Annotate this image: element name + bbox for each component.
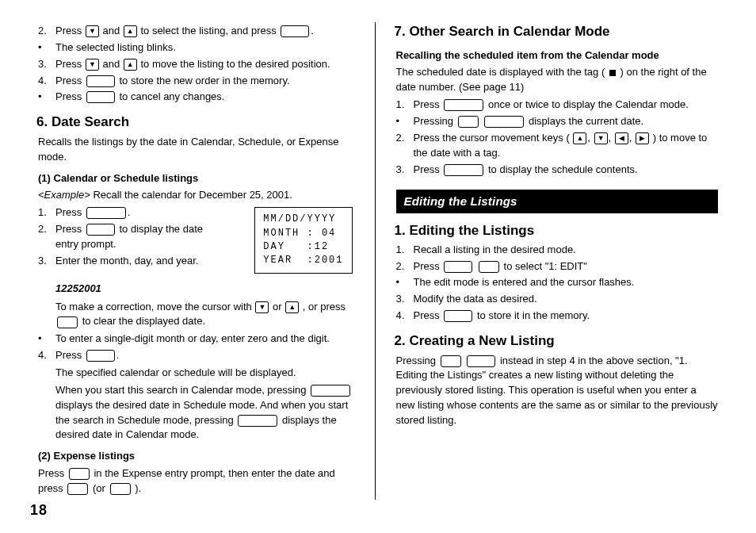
t: When you start this search in Calendar m…	[55, 384, 309, 396]
t: to select "1: EDIT"	[504, 260, 587, 272]
heading-e2: 2. Creating a New Listing	[395, 332, 719, 351]
subhead-2: (2) Expense listings	[38, 449, 361, 464]
blank-key-icon	[110, 483, 131, 495]
blank-key-icon	[86, 75, 115, 87]
d-step-4: 4. Press .	[38, 348, 361, 363]
e-step-3: 3. Modify the data as desired.	[396, 292, 719, 307]
t: Press	[55, 206, 82, 218]
ord: 4.	[38, 74, 51, 89]
step-3: 3. Press ▼ and ▲ to move the listing to …	[38, 57, 361, 72]
t: once or twice to display the Calendar mo…	[488, 98, 689, 110]
r-step-1: 1. Press once or twice to display the Ca…	[396, 98, 719, 113]
ord: 2.	[38, 222, 51, 252]
heading-6: 6. Date Search	[36, 113, 361, 132]
tag-square-icon	[609, 70, 616, 76]
dot	[38, 90, 51, 105]
left-arrow-icon: ◀	[615, 132, 628, 144]
up-arrow-icon: ▲	[285, 301, 299, 313]
dot	[396, 114, 409, 129]
blank-key-icon	[444, 164, 483, 176]
step-2: 2. Press ▼ and ▲ to select the listing, …	[38, 24, 361, 39]
t: Press	[38, 467, 67, 479]
t: to clear the displayed date.	[82, 315, 205, 327]
text: Press .	[55, 348, 119, 363]
blank-key-icon	[281, 25, 309, 37]
t: to cancel any changes.	[119, 90, 224, 102]
e-step-4: 4. Press to store it in the memory.	[396, 309, 719, 324]
t: Press	[55, 349, 82, 361]
blank-key-icon	[86, 350, 115, 362]
dot	[396, 275, 409, 290]
blank-key-icon	[479, 261, 499, 273]
heading-7: 7. Other Search in Calendar Mode	[395, 22, 719, 42]
blank-key-icon	[86, 224, 115, 236]
heading-7-sub: Recalling the scheduled item from the Ca…	[396, 48, 719, 63]
blank-key-icon	[86, 207, 126, 219]
t: or	[273, 301, 284, 313]
left-column: 2. Press ▼ and ▲ to select the listing, …	[30, 22, 376, 500]
t: to move the listing to the desired posit…	[140, 58, 330, 70]
ord: 4.	[396, 309, 409, 324]
text: Press once or twice to display the Calen…	[414, 98, 689, 113]
t: Press	[55, 90, 82, 102]
t: Recall a listing in the desired mode.	[414, 243, 576, 258]
t: Press	[414, 163, 440, 175]
text: Press to store the new order in the memo…	[55, 74, 290, 89]
bullet: Press to cancel any changes.	[38, 90, 361, 105]
t: Press	[55, 75, 82, 86]
t: To enter a single-digit month or day, en…	[55, 332, 330, 347]
ord: 3.	[396, 163, 409, 178]
ord: 2.	[396, 259, 409, 274]
blank-key-icon	[458, 116, 479, 128]
text: Press .	[55, 205, 130, 220]
e-step-2: 2. Press to select "1: EDIT"	[396, 259, 719, 274]
up-arrow-icon: ▲	[124, 25, 137, 37]
t: The selected listing blinks.	[55, 40, 176, 56]
dot	[38, 332, 51, 347]
heading-6-sub: Recalls the listings by the date in Cale…	[38, 135, 361, 165]
t: Press	[414, 260, 440, 272]
bullet: Pressing displays the current date.	[396, 114, 719, 129]
t: Press	[55, 223, 82, 235]
blank-key-icon	[311, 385, 350, 397]
text: Press to select "1: EDIT"	[414, 259, 587, 274]
t: The scheduled date is displayed with the…	[396, 66, 605, 78]
up-arrow-icon: ▲	[124, 59, 137, 71]
t: to store the new order in the memory.	[119, 75, 289, 86]
page-number: 18	[30, 500, 726, 520]
t: to store it in the memory.	[477, 309, 590, 321]
t: Modify the data as desired.	[414, 292, 537, 307]
e-step-1: 1. Recall a listing in the desired mode.	[396, 243, 719, 258]
down-arrow-icon: ▼	[86, 25, 99, 37]
t: Press	[55, 58, 82, 70]
subhead-1: (1) Calendar or Schedule listings	[38, 171, 361, 186]
section-bar: Editing the Listings	[396, 190, 719, 213]
ord: 1.	[396, 98, 409, 113]
right-arrow-icon: ▶	[636, 132, 649, 144]
correction-note: To make a correction, move the cursor wi…	[55, 300, 361, 330]
creating-para: Pressing instead in step 4 in the above …	[396, 354, 719, 428]
bullet: The selected listing blinks.	[38, 40, 361, 56]
ord: 2.	[396, 131, 409, 161]
text: Press ▼ and ▲ to select the listing, and…	[55, 24, 314, 39]
t: ).	[135, 482, 141, 494]
ord: 2.	[38, 24, 51, 39]
page: 2. Press ▼ and ▲ to select the listing, …	[0, 0, 756, 533]
h7-para: The scheduled date is displayed with the…	[396, 65, 719, 95]
heading-e1: 1. Editing the Listings	[395, 221, 719, 241]
step-4: 4. Press to store the new order in the m…	[38, 74, 361, 89]
expense-para: Press in the Expense entry prompt, then …	[38, 466, 361, 497]
ord: 4.	[38, 348, 51, 363]
text: Press to cancel any changes.	[55, 90, 224, 105]
t: Press	[414, 309, 440, 321]
t: and	[102, 58, 120, 70]
up-arrow-icon: ▲	[573, 132, 586, 144]
t: Recall the calendar for December 25, 200…	[90, 189, 292, 201]
text: Press the cursor movement keys ( ▲, ▼, ◀…	[414, 131, 719, 161]
code-entry: 12252001	[55, 282, 361, 297]
ord: 1.	[38, 205, 51, 220]
blank-key-icon	[484, 116, 524, 128]
r-step-3: 3. Press to display the schedule content…	[396, 163, 719, 178]
t: Press	[55, 25, 82, 36]
ord: 3.	[38, 254, 51, 269]
